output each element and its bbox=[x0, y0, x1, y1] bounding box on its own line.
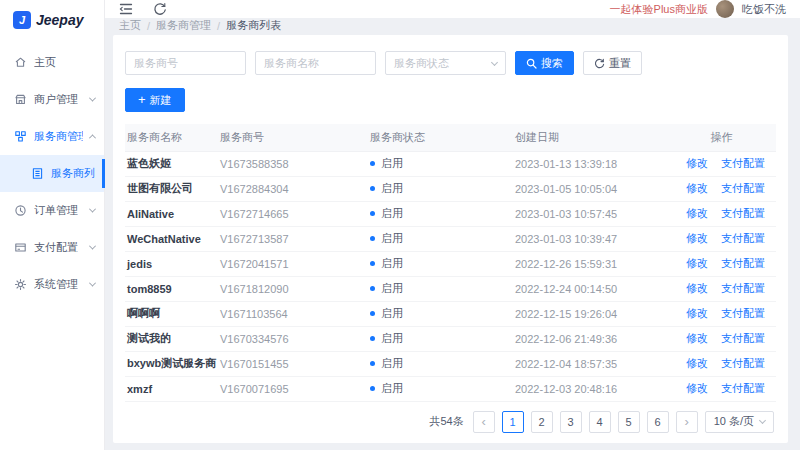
topbar-right: 一起体验Plus商业版 吃饭不洗 bbox=[610, 0, 786, 18]
status-dot-icon bbox=[370, 336, 375, 341]
isv-icon bbox=[14, 130, 27, 143]
sidebar-item-order[interactable]: 订单管理 bbox=[0, 192, 104, 229]
pay-config-link[interactable]: 支付配置 bbox=[721, 157, 765, 169]
menu-fold-icon[interactable] bbox=[119, 2, 133, 16]
page-button-6[interactable]: 6 bbox=[647, 411, 669, 433]
reset-button[interactable]: 重置 bbox=[583, 51, 642, 75]
breadcrumb: 主页/服务商管理/服务商列表 bbox=[105, 18, 800, 33]
pay-config-link[interactable]: 支付配置 bbox=[721, 257, 765, 269]
sidebar-item-label: 商户管理 bbox=[34, 92, 78, 107]
edit-link[interactable]: 修改 bbox=[686, 157, 708, 169]
pay-config-link[interactable]: 支付配置 bbox=[721, 332, 765, 344]
edit-link[interactable]: 修改 bbox=[686, 332, 708, 344]
edit-link[interactable]: 修改 bbox=[686, 257, 708, 269]
pay-config-link[interactable]: 支付配置 bbox=[721, 282, 765, 294]
edit-link[interactable]: 修改 bbox=[686, 307, 708, 319]
search-button-label: 搜索 bbox=[541, 56, 563, 71]
edit-link[interactable]: 修改 bbox=[686, 357, 708, 369]
search-icon bbox=[526, 58, 537, 69]
next-page-button[interactable]: › bbox=[676, 411, 698, 433]
edit-link[interactable]: 修改 bbox=[686, 382, 708, 394]
topbar: 一起体验Plus商业版 吃饭不洗 bbox=[105, 0, 800, 18]
isv-no: V1671103564 bbox=[218, 301, 368, 326]
pay-config-link[interactable]: 支付配置 bbox=[721, 382, 765, 394]
edit-link[interactable]: 修改 bbox=[686, 182, 708, 194]
sidebar-item-home[interactable]: 主页 bbox=[0, 44, 104, 81]
status-dot-icon bbox=[370, 186, 375, 191]
pay-config-link[interactable]: 支付配置 bbox=[721, 357, 765, 369]
isv-name: bxywb测试服务商 bbox=[125, 351, 218, 376]
row-actions: 修改支付配置删除 bbox=[671, 201, 776, 226]
search-form: 服务商状态 搜索 重置 bbox=[125, 51, 776, 75]
pay-config-link[interactable]: 支付配置 bbox=[721, 232, 765, 244]
created-date: 2022-12-26 15:59:31 bbox=[513, 251, 671, 276]
isv-status: 启用 bbox=[368, 326, 513, 351]
isv-no: V1671812090 bbox=[218, 276, 368, 301]
isv-no: V1672714665 bbox=[218, 201, 368, 226]
sidebar-item-isv-list[interactable]: 服务商列表 bbox=[0, 155, 104, 192]
search-button[interactable]: 搜索 bbox=[515, 51, 574, 75]
isv-name: jedis bbox=[125, 251, 218, 276]
status-text: 启用 bbox=[381, 182, 403, 194]
logo[interactable]: J Jeepay bbox=[0, 0, 104, 40]
isv-no-input[interactable] bbox=[125, 51, 246, 75]
created-date: 2023-01-13 13:39:18 bbox=[513, 151, 671, 176]
isv-name-input[interactable] bbox=[255, 51, 376, 75]
table-header-row: 服务商名称 服务商号 服务商状态 创建日期 操作 bbox=[125, 124, 776, 151]
refresh-icon[interactable] bbox=[153, 2, 167, 16]
breadcrumb-separator: / bbox=[217, 20, 220, 32]
sidebar: J Jeepay 主页商户管理服务商管理服务商列表订单管理支付配置系统管理 bbox=[0, 0, 105, 450]
table-row: AliNativeV1672714665启用2023-01-03 10:57:4… bbox=[125, 201, 776, 226]
pay-config-link[interactable]: 支付配置 bbox=[721, 182, 765, 194]
isv-no: V1670071695 bbox=[218, 376, 368, 401]
chevron-down-icon bbox=[491, 58, 498, 65]
sidebar-item-label: 支付配置 bbox=[34, 240, 78, 255]
breadcrumb-item[interactable]: 主页 bbox=[119, 18, 141, 33]
breadcrumb-item[interactable]: 服务商管理 bbox=[156, 18, 211, 33]
edit-link[interactable]: 修改 bbox=[686, 232, 708, 244]
edit-link[interactable]: 修改 bbox=[686, 282, 708, 294]
page-buttons: 123456 bbox=[502, 411, 669, 433]
page-size-select[interactable]: 10 条/页 bbox=[705, 411, 774, 433]
page-button-1[interactable]: 1 bbox=[502, 411, 524, 433]
page-button-5[interactable]: 5 bbox=[618, 411, 640, 433]
page-button-2[interactable]: 2 bbox=[531, 411, 553, 433]
chevron-down-icon bbox=[89, 206, 96, 213]
prev-page-button[interactable]: ‹ bbox=[473, 411, 495, 433]
isv-name: 蓝色妖姬 bbox=[125, 151, 218, 176]
main-area: 一起体验Plus商业版 吃饭不洗 主页/服务商管理/服务商列表 服务商状态 搜索 bbox=[105, 0, 800, 450]
row-actions: 修改支付配置删除 bbox=[671, 376, 776, 401]
edit-link[interactable]: 修改 bbox=[686, 207, 708, 219]
isv-name: WeChatNative bbox=[125, 226, 218, 251]
row-actions: 修改支付配置删除 bbox=[671, 251, 776, 276]
sidebar-item-pay-config[interactable]: 支付配置 bbox=[0, 229, 104, 266]
select-placeholder: 服务商状态 bbox=[394, 56, 449, 71]
created-date: 2023-01-03 10:39:47 bbox=[513, 226, 671, 251]
table-row: 世图有限公司V1672884304启用2023-01-05 10:05:04修改… bbox=[125, 176, 776, 201]
page-button-4[interactable]: 4 bbox=[589, 411, 611, 433]
avatar[interactable] bbox=[716, 0, 734, 18]
chevron-down-icon bbox=[89, 95, 96, 102]
isv-status: 启用 bbox=[368, 176, 513, 201]
promo-link[interactable]: 一起体验Plus商业版 bbox=[610, 2, 708, 17]
sidebar-menu: 主页商户管理服务商管理服务商列表订单管理支付配置系统管理 bbox=[0, 40, 104, 303]
row-actions: 修改支付配置删除 bbox=[671, 326, 776, 351]
pay-config-link[interactable]: 支付配置 bbox=[721, 207, 765, 219]
row-actions: 修改支付配置删除 bbox=[671, 226, 776, 251]
isv-status-select[interactable]: 服务商状态 bbox=[385, 51, 506, 75]
home-icon bbox=[14, 56, 27, 69]
sidebar-item-merchant[interactable]: 商户管理 bbox=[0, 81, 104, 118]
new-button[interactable]: + 新建 bbox=[125, 88, 185, 112]
status-text: 启用 bbox=[381, 157, 403, 169]
status-text: 启用 bbox=[381, 282, 403, 294]
isv-status: 启用 bbox=[368, 301, 513, 326]
pay-config-link[interactable]: 支付配置 bbox=[721, 307, 765, 319]
sidebar-item-isv-manage[interactable]: 服务商管理 bbox=[0, 118, 104, 155]
status-dot-icon bbox=[370, 236, 375, 241]
username[interactable]: 吃饭不洗 bbox=[742, 2, 786, 17]
sidebar-item-system[interactable]: 系统管理 bbox=[0, 266, 104, 303]
page-button-3[interactable]: 3 bbox=[560, 411, 582, 433]
isv-name: tom8859 bbox=[125, 276, 218, 301]
breadcrumb-separator: / bbox=[147, 20, 150, 32]
col-header-actions: 操作 bbox=[671, 124, 776, 151]
